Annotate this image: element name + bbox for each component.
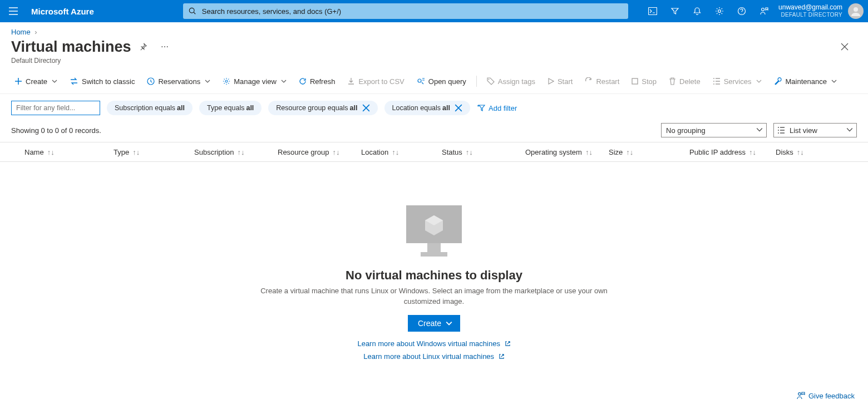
chevron-down-icon: [846, 126, 853, 133]
learn-windows-link[interactable]: Learn more about Windows virtual machine…: [0, 339, 868, 348]
col-public-ip[interactable]: Public IP address↑↓: [676, 148, 762, 156]
breadcrumb-home[interactable]: Home: [11, 28, 31, 36]
external-link-icon: [505, 341, 511, 347]
switch-label: Switch to classic: [82, 77, 135, 86]
search-icon: [189, 7, 196, 15]
bell-icon: [693, 7, 702, 16]
col-size[interactable]: Size↑↓: [595, 148, 676, 156]
svg-point-15: [798, 393, 801, 396]
open-query-button[interactable]: Open query: [412, 72, 471, 90]
filter-pill-type[interactable]: Type equals all: [199, 101, 262, 115]
view-mode-select[interactable]: List view: [773, 123, 857, 137]
link-label: Learn more about Linux virtual machines: [363, 352, 494, 361]
reservations-button[interactable]: Reservations: [142, 72, 215, 90]
add-filter-button[interactable]: Add filter: [477, 104, 517, 112]
play-icon: [548, 78, 554, 85]
col-subscription[interactable]: Subscription↑↓: [181, 148, 264, 156]
filter-pill-resource-group[interactable]: Resource group equals all: [268, 101, 377, 115]
chevron-down-icon: [831, 78, 837, 84]
start-button[interactable]: Start: [543, 72, 577, 90]
switch-classic-button[interactable]: Switch to classic: [65, 72, 139, 90]
list-icon: [713, 78, 721, 85]
maintenance-button[interactable]: Maintenance: [770, 72, 841, 90]
create-button[interactable]: Create: [10, 72, 62, 90]
reservations-label: Reservations: [158, 77, 200, 86]
hamburger-button[interactable]: [0, 0, 27, 22]
empty-body: Create a virtual machine that runs Linux…: [256, 286, 612, 307]
learn-linux-link[interactable]: Learn more about Linux virtual machines: [0, 352, 868, 361]
pill-prefix: Type equals: [207, 104, 244, 112]
breadcrumb: Home ›: [0, 22, 868, 37]
chevron-down-icon: [756, 78, 762, 84]
restart-button[interactable]: Restart: [580, 72, 624, 90]
add-filter-label: Add filter: [489, 104, 517, 112]
stop-button[interactable]: Stop: [627, 72, 661, 90]
trash-icon: [669, 77, 676, 85]
close-button[interactable]: [836, 38, 854, 56]
account-identity[interactable]: unwaved@gmail.com DEFAULT DIRECTORY: [775, 3, 848, 19]
page-title: Virtual machines: [11, 38, 131, 56]
start-label: Start: [558, 77, 573, 86]
col-disks[interactable]: Disks↑↓: [762, 148, 812, 156]
sort-icon: ↑↓: [333, 148, 340, 156]
manage-view-label: Manage view: [234, 77, 277, 86]
close-icon: [841, 43, 849, 51]
global-search-input[interactable]: [201, 7, 623, 16]
manage-view-button[interactable]: Manage view: [218, 72, 291, 90]
pill-value: all: [350, 104, 358, 112]
person-feedback-icon: [796, 391, 805, 400]
col-os[interactable]: Operating system↑↓: [512, 148, 595, 156]
close-icon[interactable]: [455, 104, 462, 112]
global-search[interactable]: [183, 3, 628, 19]
sort-icon: ↑↓: [238, 148, 245, 156]
avatar[interactable]: [848, 3, 864, 19]
record-count: Showing 0 to 0 of 0 records.: [11, 126, 101, 135]
delete-label: Delete: [679, 77, 701, 86]
pill-prefix: Location equals: [392, 104, 441, 112]
stop-icon: [632, 78, 638, 85]
refresh-label: Refresh: [310, 77, 336, 86]
export-csv-button[interactable]: Export to CSV: [343, 72, 408, 90]
filter-input[interactable]: [11, 101, 100, 115]
restart-label: Restart: [596, 77, 619, 86]
pin-button[interactable]: [135, 38, 152, 56]
query-icon: [417, 77, 425, 85]
cloud-shell-button[interactable]: [642, 0, 664, 22]
pill-prefix: Subscription equals: [115, 104, 175, 112]
delete-button[interactable]: Delete: [664, 72, 705, 90]
global-header: Microsoft Azure unwaved@gmail.com DEFAUL…: [0, 0, 868, 22]
services-button[interactable]: Services: [708, 72, 766, 90]
refresh-button[interactable]: Refresh: [294, 72, 340, 90]
notifications-button[interactable]: [686, 0, 708, 22]
assign-tags-button[interactable]: Assign tags: [482, 72, 540, 90]
col-name[interactable]: Name↑↓: [11, 148, 100, 156]
directories-button[interactable]: [664, 0, 686, 22]
person-feedback-icon: [760, 7, 768, 16]
empty-create-button[interactable]: Create: [408, 315, 460, 332]
more-button[interactable]: ⋯: [156, 38, 174, 56]
filter-pill-subscription[interactable]: Subscription equals all: [107, 101, 193, 115]
brand-label[interactable]: Microsoft Azure: [27, 7, 100, 16]
col-type[interactable]: Type↑↓: [100, 148, 181, 156]
link-label: Learn more about Windows virtual machine…: [357, 339, 500, 348]
grouping-select[interactable]: No grouping: [661, 123, 767, 137]
sort-icon: ↑↓: [797, 148, 804, 156]
col-label: Disks: [776, 148, 793, 156]
chevron-down-icon: [205, 78, 210, 84]
col-location[interactable]: Location↑↓: [348, 148, 428, 156]
table-header: Name↑↓ Type↑↓ Subscription↑↓ Resource gr…: [0, 142, 868, 162]
page-subtitle: Default Directory: [0, 57, 868, 65]
help-button[interactable]: [731, 0, 753, 22]
directory-label: DEFAULT DIRECTORY: [778, 11, 842, 19]
svg-point-5: [854, 7, 858, 12]
col-resource-group[interactable]: Resource group↑↓: [264, 148, 348, 156]
sort-icon: ↑↓: [626, 148, 633, 156]
user-email: unwaved@gmail.com: [778, 3, 842, 11]
filter-pill-location[interactable]: Location equals all: [384, 101, 470, 115]
col-status[interactable]: Status↑↓: [428, 148, 512, 156]
close-icon[interactable]: [362, 104, 370, 112]
settings-button[interactable]: [708, 0, 731, 22]
external-link-icon: [499, 353, 505, 359]
feedback-button[interactable]: [753, 0, 775, 22]
give-feedback-link[interactable]: Give feedback: [796, 391, 855, 400]
